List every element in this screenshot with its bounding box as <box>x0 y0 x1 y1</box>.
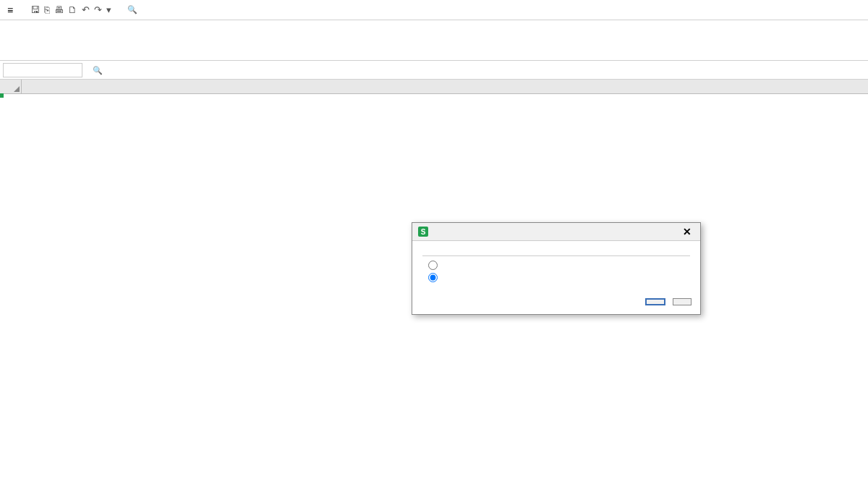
preview-icon[interactable]: 🗋 <box>68 4 77 15</box>
formula-bar <box>0 61 868 80</box>
close-icon[interactable]: ✕ <box>680 226 694 237</box>
more-icon[interactable]: ▾ <box>106 4 111 15</box>
ribbon-toolbar <box>0 20 868 61</box>
dialog-title-text <box>418 227 428 237</box>
file-menu[interactable] <box>3 3 23 17</box>
remove-duplicates-dialog: ✕ <box>412 222 701 315</box>
select-all-corner[interactable] <box>0 80 22 93</box>
fx-label[interactable] <box>88 65 107 75</box>
dialog-footer <box>412 292 700 314</box>
remove-duplicates-button[interactable] <box>645 298 665 305</box>
cancel-button[interactable] <box>673 298 692 305</box>
radio-current-input[interactable] <box>428 273 438 282</box>
hamburger-icon <box>7 4 16 16</box>
dialog-body <box>412 241 700 292</box>
column-headers <box>0 80 868 94</box>
cell-reference-input[interactable] <box>3 63 82 77</box>
selection-box <box>0 94 3 97</box>
dialog-titlebar[interactable]: ✕ <box>412 223 700 241</box>
radio-expand-input[interactable] <box>428 261 438 270</box>
quick-access: 🖫 ⎘ 🖶 🗋 ↶ ↷ ▾ <box>25 4 117 15</box>
save-icon[interactable]: 🖫 <box>30 4 40 15</box>
redo-icon[interactable]: ↷ <box>94 4 102 15</box>
radio-current-selection[interactable] <box>428 273 690 282</box>
menu-bar: 🖫 ⎘ 🖶 🗋 ↶ ↷ ▾ <box>0 0 868 20</box>
undo-icon[interactable]: ↶ <box>82 4 90 15</box>
saveas-icon[interactable]: ⎘ <box>44 4 50 15</box>
radio-expand-selection[interactable] <box>428 261 690 270</box>
print-icon[interactable]: 🖶 <box>54 4 64 15</box>
search-box[interactable] <box>127 5 140 14</box>
